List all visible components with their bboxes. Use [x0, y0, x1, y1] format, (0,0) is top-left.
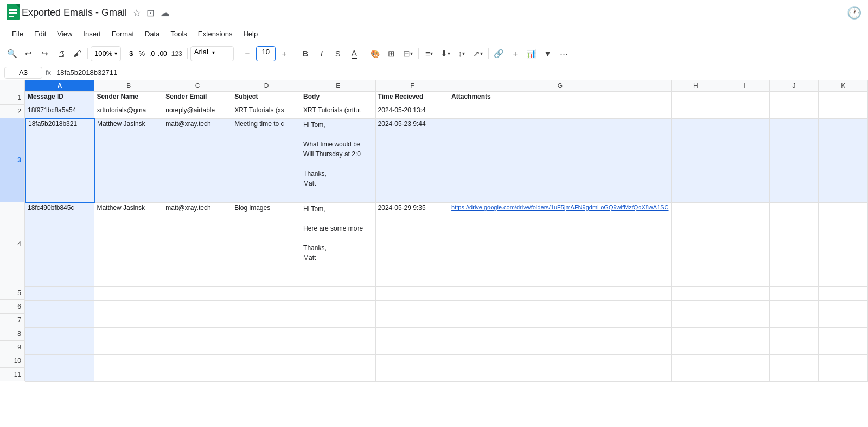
cell-E2[interactable]: XRT Tutorials (xrttut — [301, 105, 375, 118]
cell-D6[interactable] — [232, 300, 301, 314]
link-button[interactable]: 🔗 — [492, 46, 507, 61]
font-color-button[interactable]: A — [347, 46, 362, 61]
menu-file[interactable]: File — [7, 28, 29, 40]
cell-H11[interactable] — [671, 368, 720, 381]
cell-E5[interactable] — [301, 286, 375, 300]
cell-J1[interactable] — [769, 91, 819, 105]
cell-A11[interactable] — [25, 368, 94, 381]
cell-B10[interactable] — [94, 354, 163, 368]
cell-C6[interactable] — [163, 300, 232, 314]
cell-F9[interactable] — [375, 341, 449, 354]
search-button[interactable]: 🔍 — [4, 46, 20, 61]
col-header-B[interactable]: B — [94, 80, 163, 91]
col-header-E[interactable]: E — [301, 80, 375, 91]
cell-B6[interactable] — [94, 300, 163, 314]
cell-I7[interactable] — [720, 314, 770, 327]
cell-I3[interactable] — [720, 118, 770, 202]
cell-C9[interactable] — [163, 341, 232, 354]
cell-I2[interactable] — [720, 105, 770, 118]
font-selector[interactable]: Arial ▾ — [190, 46, 234, 61]
col-header-F[interactable]: F — [375, 80, 449, 91]
folder-icon[interactable]: ⊡ — [146, 7, 155, 19]
cell-K6[interactable] — [819, 300, 868, 314]
merge-cells-button[interactable]: ⊟ ▾ — [400, 46, 416, 61]
cell-B11[interactable] — [94, 368, 163, 381]
print-button[interactable]: 🖨 — [53, 46, 68, 61]
paint-format-button[interactable]: 🖌 — [69, 46, 85, 61]
cell-H6[interactable] — [671, 300, 720, 314]
row-num-2[interactable]: 2 — [0, 105, 25, 118]
cell-H10[interactable] — [671, 354, 720, 368]
cell-D1[interactable]: Subject — [232, 91, 301, 105]
document-title[interactable]: Exported Emails - Gmail — [22, 7, 127, 18]
cell-J9[interactable] — [769, 341, 819, 354]
redo-button[interactable]: ↪ — [37, 46, 52, 61]
cell-E9[interactable] — [301, 341, 375, 354]
cell-B5[interactable] — [94, 286, 163, 300]
cell-I4[interactable] — [720, 202, 770, 286]
cell-I1[interactable] — [720, 91, 770, 105]
cell-F1[interactable]: Time Recieved — [375, 91, 449, 105]
cell-G6[interactable] — [449, 300, 671, 314]
cell-J8[interactable] — [769, 327, 819, 341]
cell-J6[interactable] — [769, 300, 819, 314]
cell-A7[interactable] — [25, 314, 94, 327]
formula-content[interactable]: 18fa5b2018b32711 — [54, 68, 864, 77]
cell-K2[interactable] — [819, 105, 868, 118]
star-icon[interactable]: ☆ — [132, 7, 141, 19]
cell-I8[interactable] — [720, 327, 770, 341]
cell-A6[interactable] — [25, 300, 94, 314]
cell-D11[interactable] — [232, 368, 301, 381]
cell-E3[interactable]: Hi Tom, What time would be Will Thursday… — [301, 118, 375, 202]
cell-B9[interactable] — [94, 341, 163, 354]
cell-I10[interactable] — [720, 354, 770, 368]
cell-I9[interactable] — [720, 341, 770, 354]
number-format-button[interactable]: 123 — [169, 49, 184, 59]
cell-J5[interactable] — [769, 286, 819, 300]
col-header-C[interactable]: C — [163, 80, 232, 91]
cell-D10[interactable] — [232, 354, 301, 368]
cell-C5[interactable] — [163, 286, 232, 300]
cell-G2[interactable] — [449, 105, 671, 118]
cell-E7[interactable] — [301, 314, 375, 327]
cell-F5[interactable] — [375, 286, 449, 300]
cell-G10[interactable] — [449, 354, 671, 368]
cell-F7[interactable] — [375, 314, 449, 327]
cell-C8[interactable] — [163, 327, 232, 341]
cell-C7[interactable] — [163, 314, 232, 327]
col-header-H[interactable]: H — [671, 80, 720, 91]
cell-G9[interactable] — [449, 341, 671, 354]
menu-extensions[interactable]: Extensions — [193, 28, 238, 40]
row-num-4[interactable]: 4 — [0, 202, 25, 286]
decrease-decimals-button[interactable]: .0 — [148, 49, 156, 59]
row-num-8[interactable]: 8 — [0, 327, 25, 341]
row-num-5[interactable]: 5 — [0, 286, 25, 300]
currency-button[interactable]: $ — [127, 48, 135, 59]
cell-A4[interactable]: 18fc490bfb845c — [25, 202, 94, 286]
cell-E4[interactable]: Hi Tom, Here are some more Thanks, Matt — [301, 202, 375, 286]
cell-I6[interactable] — [720, 300, 770, 314]
bold-button[interactable]: B — [298, 46, 313, 61]
cell-C2[interactable]: noreply@airtable — [163, 105, 232, 118]
italic-button[interactable]: I — [314, 46, 329, 61]
zoom-selector[interactable]: 100% ▾ — [91, 46, 121, 61]
cell-E1[interactable]: Body — [301, 91, 375, 105]
cell-D2[interactable]: XRT Tutorials (xs — [232, 105, 301, 118]
cell-B3[interactable]: Matthew Jasinsk — [94, 118, 163, 202]
cell-D4[interactable]: Blog images — [232, 202, 301, 286]
decrease-font-button[interactable]: − — [240, 46, 255, 61]
cell-K7[interactable] — [819, 314, 868, 327]
row-num-10[interactable]: 10 — [0, 354, 25, 368]
menu-tools[interactable]: Tools — [165, 28, 192, 40]
percent-button[interactable]: % — [136, 48, 147, 59]
cell-C1[interactable]: Sender Email — [163, 91, 232, 105]
cell-G11[interactable] — [449, 368, 671, 381]
cell-G5[interactable] — [449, 286, 671, 300]
history-icon[interactable]: 🕐 — [847, 6, 861, 20]
cell-F3[interactable]: 2024-05-23 9:44 — [375, 118, 449, 202]
cell-C11[interactable] — [163, 368, 232, 381]
undo-button[interactable]: ↩ — [21, 46, 36, 61]
menu-format[interactable]: Format — [106, 28, 139, 40]
cloud-icon[interactable]: ☁ — [160, 7, 170, 19]
insert-comment-button[interactable]: + — [508, 46, 523, 61]
